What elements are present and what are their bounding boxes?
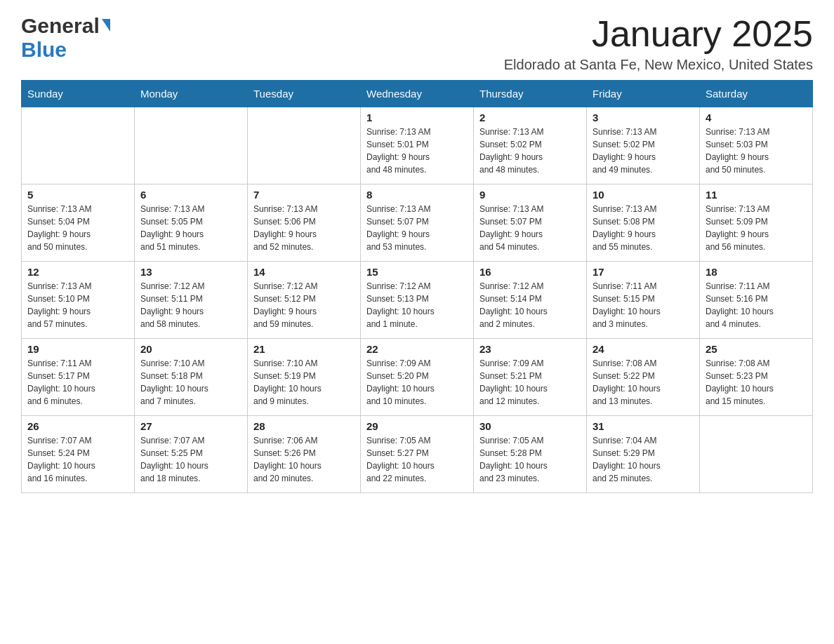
day-info: Sunrise: 7:07 AM Sunset: 5:24 PM Dayligh… [27, 434, 128, 485]
day-info: Sunrise: 7:09 AM Sunset: 5:21 PM Dayligh… [479, 357, 581, 408]
logo-triangle-icon [102, 19, 110, 32]
calendar-cell: 13Sunrise: 7:12 AM Sunset: 5:11 PM Dayli… [135, 262, 248, 339]
day-number: 21 [253, 343, 355, 355]
calendar-cell [22, 107, 135, 185]
calendar-cell: 18Sunrise: 7:11 AM Sunset: 5:16 PM Dayli… [700, 262, 813, 339]
calendar-cell: 4Sunrise: 7:13 AM Sunset: 5:03 PM Daylig… [700, 107, 813, 185]
calendar-cell: 3Sunrise: 7:13 AM Sunset: 5:02 PM Daylig… [587, 107, 700, 185]
day-info: Sunrise: 7:13 AM Sunset: 5:05 PM Dayligh… [140, 203, 241, 253]
calendar-cell: 6Sunrise: 7:13 AM Sunset: 5:05 PM Daylig… [135, 185, 248, 262]
calendar-header-tuesday: Tuesday [248, 81, 361, 107]
page-header: General Blue January 2025 Eldorado at Sa… [21, 14, 813, 73]
day-number: 27 [140, 420, 241, 432]
calendar-cell: 22Sunrise: 7:09 AM Sunset: 5:20 PM Dayli… [361, 339, 474, 416]
day-info: Sunrise: 7:12 AM Sunset: 5:14 PM Dayligh… [479, 280, 581, 330]
calendar-cell: 27Sunrise: 7:07 AM Sunset: 5:25 PM Dayli… [135, 416, 248, 493]
day-number: 25 [706, 343, 807, 355]
calendar-table: SundayMondayTuesdayWednesdayThursdayFrid… [21, 80, 813, 493]
calendar-cell: 5Sunrise: 7:13 AM Sunset: 5:04 PM Daylig… [22, 185, 135, 262]
day-info: Sunrise: 7:06 AM Sunset: 5:26 PM Dayligh… [253, 434, 355, 485]
day-info: Sunrise: 7:05 AM Sunset: 5:27 PM Dayligh… [366, 434, 468, 485]
day-number: 3 [593, 112, 694, 123]
day-number: 2 [479, 112, 581, 123]
day-number: 5 [27, 189, 128, 201]
calendar-header-friday: Friday [587, 81, 700, 107]
day-info: Sunrise: 7:10 AM Sunset: 5:18 PM Dayligh… [140, 357, 241, 408]
calendar-cell: 20Sunrise: 7:10 AM Sunset: 5:18 PM Dayli… [135, 339, 248, 416]
day-number: 4 [706, 112, 807, 123]
calendar-cell: 14Sunrise: 7:12 AM Sunset: 5:12 PM Dayli… [248, 262, 361, 339]
calendar-cell: 29Sunrise: 7:05 AM Sunset: 5:27 PM Dayli… [361, 416, 474, 493]
day-number: 30 [479, 420, 581, 432]
logo-general: General [21, 14, 100, 38]
calendar-cell [700, 416, 813, 493]
calendar-cell: 19Sunrise: 7:11 AM Sunset: 5:17 PM Dayli… [22, 339, 135, 416]
day-info: Sunrise: 7:13 AM Sunset: 5:10 PM Dayligh… [27, 280, 128, 330]
day-info: Sunrise: 7:12 AM Sunset: 5:11 PM Dayligh… [140, 280, 241, 330]
day-info: Sunrise: 7:13 AM Sunset: 5:03 PM Dayligh… [706, 126, 807, 176]
day-number: 10 [593, 189, 694, 201]
day-number: 26 [27, 420, 128, 432]
day-number: 14 [253, 266, 355, 278]
day-info: Sunrise: 7:11 AM Sunset: 5:15 PM Dayligh… [593, 280, 694, 330]
day-info: Sunrise: 7:07 AM Sunset: 5:25 PM Dayligh… [140, 434, 241, 485]
calendar-cell [135, 107, 248, 185]
day-number: 16 [479, 266, 581, 278]
title-section: January 2025 Eldorado at Santa Fe, New M… [504, 14, 813, 73]
day-number: 28 [253, 420, 355, 432]
day-number: 1 [366, 112, 468, 123]
calendar-cell: 8Sunrise: 7:13 AM Sunset: 5:07 PM Daylig… [361, 185, 474, 262]
month-title: January 2025 [504, 14, 813, 54]
day-info: Sunrise: 7:13 AM Sunset: 5:07 PM Dayligh… [479, 203, 581, 253]
calendar-week-row: 19Sunrise: 7:11 AM Sunset: 5:17 PM Dayli… [22, 339, 813, 416]
day-info: Sunrise: 7:04 AM Sunset: 5:29 PM Dayligh… [593, 434, 694, 485]
day-number: 13 [140, 266, 241, 278]
calendar-cell: 16Sunrise: 7:12 AM Sunset: 5:14 PM Dayli… [474, 262, 587, 339]
day-info: Sunrise: 7:08 AM Sunset: 5:22 PM Dayligh… [593, 357, 694, 408]
day-number: 29 [366, 420, 468, 432]
calendar-header-saturday: Saturday [700, 81, 813, 107]
day-info: Sunrise: 7:13 AM Sunset: 5:07 PM Dayligh… [366, 203, 468, 253]
day-info: Sunrise: 7:11 AM Sunset: 5:16 PM Dayligh… [706, 280, 807, 330]
calendar-header-thursday: Thursday [474, 81, 587, 107]
day-info: Sunrise: 7:13 AM Sunset: 5:08 PM Dayligh… [593, 203, 694, 253]
calendar-cell: 21Sunrise: 7:10 AM Sunset: 5:19 PM Dayli… [248, 339, 361, 416]
calendar-cell: 1Sunrise: 7:13 AM Sunset: 5:01 PM Daylig… [361, 107, 474, 185]
calendar-cell: 24Sunrise: 7:08 AM Sunset: 5:22 PM Dayli… [587, 339, 700, 416]
calendar-cell [248, 107, 361, 185]
day-info: Sunrise: 7:13 AM Sunset: 5:02 PM Dayligh… [593, 126, 694, 176]
day-number: 8 [366, 189, 468, 201]
day-info: Sunrise: 7:13 AM Sunset: 5:09 PM Dayligh… [706, 203, 807, 253]
day-info: Sunrise: 7:08 AM Sunset: 5:23 PM Dayligh… [706, 357, 807, 408]
calendar-week-row: 1Sunrise: 7:13 AM Sunset: 5:01 PM Daylig… [22, 107, 813, 185]
day-info: Sunrise: 7:13 AM Sunset: 5:01 PM Dayligh… [366, 126, 468, 176]
calendar-cell: 28Sunrise: 7:06 AM Sunset: 5:26 PM Dayli… [248, 416, 361, 493]
day-number: 12 [27, 266, 128, 278]
day-info: Sunrise: 7:13 AM Sunset: 5:04 PM Dayligh… [27, 203, 128, 253]
day-info: Sunrise: 7:10 AM Sunset: 5:19 PM Dayligh… [253, 357, 355, 408]
calendar-cell: 12Sunrise: 7:13 AM Sunset: 5:10 PM Dayli… [22, 262, 135, 339]
day-info: Sunrise: 7:05 AM Sunset: 5:28 PM Dayligh… [479, 434, 581, 485]
calendar-cell: 17Sunrise: 7:11 AM Sunset: 5:15 PM Dayli… [587, 262, 700, 339]
day-number: 20 [140, 343, 241, 355]
calendar-header-row: SundayMondayTuesdayWednesdayThursdayFrid… [22, 81, 813, 107]
calendar-cell: 31Sunrise: 7:04 AM Sunset: 5:29 PM Dayli… [587, 416, 700, 493]
day-number: 9 [479, 189, 581, 201]
calendar-cell: 15Sunrise: 7:12 AM Sunset: 5:13 PM Dayli… [361, 262, 474, 339]
calendar-cell: 9Sunrise: 7:13 AM Sunset: 5:07 PM Daylig… [474, 185, 587, 262]
day-number: 31 [593, 420, 694, 432]
calendar-week-row: 12Sunrise: 7:13 AM Sunset: 5:10 PM Dayli… [22, 262, 813, 339]
logo-blue: Blue [21, 38, 67, 61]
day-number: 17 [593, 266, 694, 278]
day-info: Sunrise: 7:11 AM Sunset: 5:17 PM Dayligh… [27, 357, 128, 408]
calendar-header-wednesday: Wednesday [361, 81, 474, 107]
logo: General Blue [21, 14, 110, 62]
day-number: 19 [27, 343, 128, 355]
calendar-header-monday: Monday [135, 81, 248, 107]
calendar-week-row: 5Sunrise: 7:13 AM Sunset: 5:04 PM Daylig… [22, 185, 813, 262]
day-info: Sunrise: 7:13 AM Sunset: 5:02 PM Dayligh… [479, 126, 581, 176]
day-info: Sunrise: 7:12 AM Sunset: 5:13 PM Dayligh… [366, 280, 468, 330]
calendar-cell: 7Sunrise: 7:13 AM Sunset: 5:06 PM Daylig… [248, 185, 361, 262]
calendar-cell: 10Sunrise: 7:13 AM Sunset: 5:08 PM Dayli… [587, 185, 700, 262]
calendar-header-sunday: Sunday [22, 81, 135, 107]
